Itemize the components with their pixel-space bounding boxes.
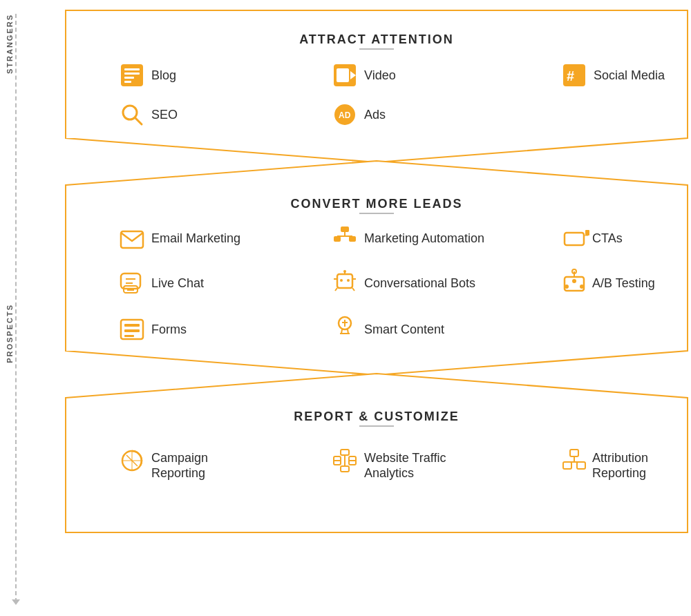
social-media-label: Social Media: [594, 68, 665, 82]
svg-rect-24: [585, 230, 589, 235]
smart-content-label: Smart Content: [364, 323, 444, 336]
svg-text:#: #: [567, 68, 574, 84]
seo-label: SEO: [151, 108, 178, 122]
website-traffic-label: Website Traffic: [364, 451, 446, 465]
marketing-automation-label: Marketing Automation: [364, 231, 484, 245]
forms-label: Forms: [151, 323, 187, 336]
ctas-label: CTAs: [592, 231, 623, 245]
svg-rect-21: [334, 236, 341, 242]
svg-rect-49: [124, 335, 134, 337]
svg-rect-7: [337, 68, 349, 82]
svg-rect-47: [124, 324, 140, 327]
video-label: Video: [364, 68, 396, 82]
blog-icon: [121, 64, 143, 86]
sidebar-label-prospects: PROSPECTS: [6, 304, 14, 363]
report-section-border: REPORT & CUSTOMIZE Campaign Reporting: [66, 374, 688, 532]
svg-point-32: [340, 279, 343, 282]
page-wrapper: STRANGERS PROSPECTS ATTRACT ATTENTION Bl…: [0, 0, 691, 616]
attract-section-border: ATTRACT ATTENTION Blog Video #: [66, 10, 688, 162]
svg-text:AD: AD: [339, 110, 351, 120]
campaign-reporting-label2: Reporting: [151, 466, 205, 480]
campaign-reporting-label: Campaign: [151, 451, 208, 465]
ab-testing-label: A/B Testing: [592, 276, 655, 290]
conversational-bots-label: Conversational Bots: [364, 276, 475, 290]
campaign-reporting-icon: [122, 451, 142, 470]
live-chat-label: Live Chat: [151, 276, 204, 290]
ads-icon: AD: [334, 104, 355, 125]
dashed-line: [15, 14, 17, 602]
svg-rect-22: [349, 236, 356, 242]
svg-point-45: [580, 285, 584, 289]
ads-label: Ads: [364, 108, 386, 122]
convert-title: CONVERT MORE LEADS: [290, 197, 462, 211]
svg-point-44: [572, 279, 576, 283]
blog-label: Blog: [151, 68, 176, 82]
svg-rect-5: [124, 81, 131, 83]
attribution-reporting-label2: Reporting: [592, 466, 646, 480]
svg-point-43: [565, 285, 569, 289]
attribution-reporting-label: Attribution: [592, 451, 648, 465]
sidebar-label-strangers: STRANGERS: [6, 14, 14, 74]
svg-rect-4: [124, 77, 134, 79]
svg-point-33: [347, 279, 350, 282]
svg-rect-1: [121, 64, 143, 86]
social-media-icon: #: [563, 64, 585, 86]
svg-point-35: [343, 270, 346, 273]
email-marketing-label: Email Marketing: [151, 231, 240, 245]
dashed-arrow: [12, 599, 20, 605]
svg-rect-17: [341, 227, 349, 232]
svg-rect-48: [124, 329, 140, 332]
svg-rect-2: [124, 68, 140, 70]
report-title: REPORT & CUSTOMIZE: [294, 410, 460, 423]
main-content: ATTRACT ATTENTION Blog Video #: [62, 7, 650, 536]
svg-rect-3: [124, 73, 140, 75]
video-icon: [334, 64, 356, 86]
convert-section-border: CONVERT MORE LEADS Email Marketing Marke…: [66, 161, 688, 375]
attract-title: ATTRACT ATTENTION: [299, 32, 454, 46]
website-traffic-label2: Analytics: [364, 466, 414, 480]
